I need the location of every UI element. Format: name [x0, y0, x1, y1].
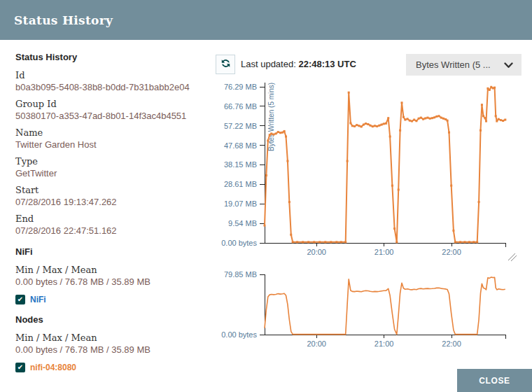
field-label: Type [15, 155, 213, 167]
data-point-marker [324, 241, 326, 243]
last-updated: Last updated: 22:48:13 UTC [241, 59, 356, 69]
data-point-marker [463, 241, 465, 243]
data-point-marker [302, 241, 304, 243]
data-point-marker [402, 116, 405, 118]
data-point-marker [378, 125, 380, 127]
main-axes [260, 83, 505, 247]
data-point-marker [472, 241, 475, 243]
brush-x-tick-label: 20:00 [307, 340, 326, 348]
data-point-marker [442, 118, 444, 120]
data-point-marker [393, 227, 396, 230]
data-point-marker [290, 234, 292, 236]
data-point-marker [452, 230, 454, 232]
data-point-marker [358, 125, 360, 127]
data-point-marker [272, 134, 274, 136]
field-value: 50380170-a353-47ad-8b01-14f3ac4b4551 [15, 110, 213, 122]
data-point-marker [484, 117, 486, 119]
data-point-marker [389, 136, 391, 138]
data-point-marker [424, 117, 426, 119]
checked-checkbox-icon[interactable]: ✔ [15, 363, 25, 372]
field-type: Type GetTwitter [15, 155, 213, 179]
dialog-title: Status History [14, 13, 113, 27]
data-point-marker [459, 241, 461, 243]
data-point-marker [493, 87, 496, 89]
data-point-marker [498, 118, 500, 120]
data-point-marker [398, 189, 400, 191]
main-y-tick-label: 0.00 bytes [221, 239, 257, 247]
cluster-series-toggle[interactable]: ✔ NiFi [15, 295, 213, 304]
data-point-marker [376, 125, 378, 127]
stat-value: 0.00 bytes / 76.78 MB / 35.89 MB [15, 276, 213, 288]
refresh-button[interactable] [216, 55, 235, 74]
data-point-marker [346, 160, 349, 162]
field-value: 07/28/2016 19:13:47.262 [15, 196, 213, 208]
bytes-written-overview-brush-chart[interactable]: 79.85 MB0.00 bytes20:0021:0022:00 [210, 265, 532, 354]
data-point-marker [448, 132, 450, 134]
main-y-tick-label: 38.15 MB [224, 160, 257, 169]
brush-x-tick-label: 22:00 [442, 340, 461, 348]
data-point-marker [429, 118, 431, 120]
main-y-tick-label: 66.76 MB [224, 102, 257, 111]
field-value: 07/28/2016 22:47:51.162 [15, 225, 213, 237]
data-point-marker [485, 120, 487, 122]
data-point-marker [478, 201, 480, 203]
data-point-marker [502, 120, 504, 122]
data-point-marker [391, 185, 393, 187]
data-point-marker [504, 119, 506, 121]
data-point-marker [404, 119, 406, 121]
data-point-marker [418, 118, 420, 120]
field-label: Id [15, 69, 213, 81]
data-point-marker [270, 132, 272, 134]
data-point-marker [275, 132, 277, 134]
data-point-marker [288, 201, 290, 203]
field-value: Twitter Garden Host [15, 139, 213, 150]
brush-series-line [265, 277, 505, 335]
data-point-marker [440, 117, 442, 119]
metric-select-value: Bytes Written (5 ... [416, 59, 491, 70]
field-label: Start [15, 184, 213, 196]
field-start: Start 07/28/2016 19:13:47.262 [15, 184, 213, 208]
data-point-marker [479, 130, 482, 132]
field-value: GetTwitter [15, 167, 213, 179]
data-point-marker [438, 115, 440, 117]
brush-axes [260, 274, 505, 339]
details-heading: Status History [15, 52, 213, 62]
dialog-header: Status History [0, 0, 532, 40]
cluster-stats: Min / Max / Mean 0.00 bytes / 76.78 MB /… [15, 264, 213, 288]
last-updated-label: Last updated: [241, 59, 296, 69]
details-panel: Status History Id b0a3b095-5408-38b8-b0d… [15, 52, 213, 374]
data-point-marker [286, 160, 288, 162]
data-point-marker [265, 174, 267, 176]
node-series-toggle[interactable]: ✔ nifi-04:8080 [15, 363, 213, 372]
data-point-marker [365, 122, 367, 125]
close-button[interactable]: CLOSE [457, 369, 532, 392]
chevron-down-icon [504, 59, 513, 71]
data-point-marker [411, 120, 413, 122]
last-updated-value: 22:48:13 UTC [298, 59, 356, 69]
main-y-tick-label: 9.54 MB [228, 219, 257, 227]
data-point-marker [415, 120, 417, 122]
field-name: Name Twitter Garden Host [15, 127, 213, 150]
data-point-marker [344, 241, 346, 243]
field-label: End [15, 213, 213, 225]
bytes-written-main-chart[interactable]: 76.29 MB66.76 MB57.22 MB47.68 MB38.15 MB… [210, 74, 532, 266]
field-label: Group Id [15, 98, 213, 110]
data-point-marker [340, 241, 342, 243]
refresh-icon [220, 58, 231, 71]
data-point-marker [348, 92, 350, 94]
data-point-marker [351, 125, 354, 127]
data-point-marker [433, 116, 435, 118]
data-point-marker [335, 241, 337, 243]
data-point-marker [500, 119, 502, 121]
data-point-marker [284, 130, 286, 132]
checked-checkbox-icon[interactable]: ✔ [15, 295, 25, 304]
chart-resize-handle[interactable] [508, 253, 517, 261]
data-point-marker [349, 122, 351, 125]
node-series-label: nifi-04:8080 [30, 363, 76, 372]
data-point-marker [372, 125, 374, 127]
metric-select[interactable]: Bytes Written (5 ... [406, 54, 522, 76]
data-point-marker [496, 120, 498, 122]
data-point-marker [489, 89, 491, 91]
brush-x-tick-label: 21:00 [374, 340, 394, 348]
data-point-marker [313, 241, 315, 243]
